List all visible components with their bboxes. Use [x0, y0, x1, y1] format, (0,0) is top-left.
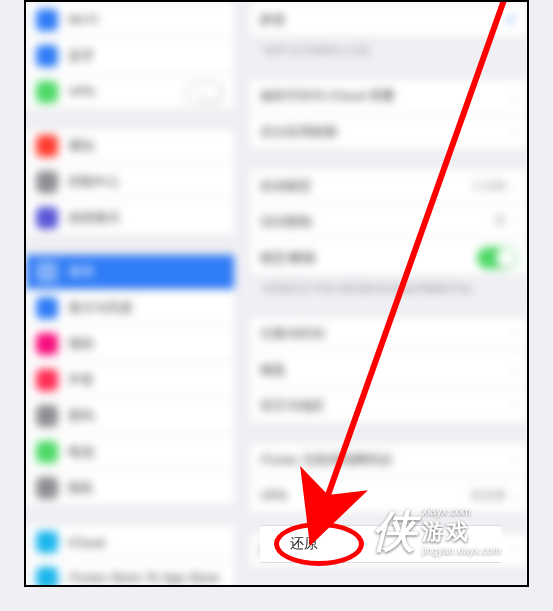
sidebar-item-label: 声音 — [68, 371, 224, 389]
sidebar-icon — [36, 207, 58, 229]
sidebar-item-label: iCloud — [68, 535, 224, 550]
sidebar-item[interactable]: VPN — [26, 74, 234, 110]
sidebar-item[interactable]: 电池 — [26, 434, 234, 470]
reset-label: 还原 — [290, 535, 318, 553]
sidebar-item[interactable]: iCloud — [26, 524, 234, 560]
sidebar-item-label: 蓝牙 — [68, 47, 224, 65]
settings-row-value: 2 分钟 — [472, 178, 506, 195]
checkmark-icon: ✓ — [506, 12, 517, 27]
device-screen: Wi-Fi蓝牙VPN通知控制中心勿扰模式通用显示与亮度墙纸声音密码电池隐私iCl… — [24, 0, 529, 587]
settings-content: 静音✓“铃声”位于控制中心可用。储存空间与 iCloud 用量›后台应用刷新›自… — [250, 2, 527, 585]
sidebar-icon — [36, 9, 58, 31]
sidebar-item[interactable]: iTunes Store 与 App Store — [26, 560, 234, 587]
caption-text: “铃声”位于控制中心可用。 — [250, 38, 527, 60]
sidebar-icon — [36, 567, 58, 588]
screenshot-frame: Wi-Fi蓝牙VPN通知控制中心勿扰模式通用显示与亮度墙纸声音密码电池隐私iCl… — [0, 0, 553, 611]
sidebar-item-label: VPN — [68, 84, 184, 99]
sidebar-item[interactable]: 通知 — [26, 128, 234, 164]
sidebar-icon — [36, 171, 58, 193]
sidebar-item-label: 勿扰模式 — [68, 209, 224, 227]
settings-row[interactable]: 自动锁定2 分钟› — [250, 168, 527, 204]
settings-row-label: VPN — [260, 488, 470, 503]
settings-row-value: 开 — [494, 213, 506, 230]
settings-row-label: 储存空间与 iCloud 用量 — [260, 87, 512, 105]
sidebar-icon — [36, 477, 58, 499]
sidebar-item[interactable]: 勿扰模式 — [26, 200, 234, 236]
settings-row-label: 访问限制 — [260, 213, 494, 231]
sidebar-item[interactable]: 显示与亮度 — [26, 290, 234, 326]
settings-row-label: 静音 — [260, 11, 506, 29]
sidebar-icon — [36, 405, 58, 427]
sidebar-item-label: iTunes Store 与 App Store — [68, 569, 224, 587]
chevron-right-icon: › — [512, 362, 517, 378]
chevron-right-icon: › — [512, 398, 517, 414]
sidebar-item-label: 密码 — [68, 407, 224, 425]
reset-row[interactable]: 还原 — [260, 525, 501, 563]
chevron-right-icon: › — [512, 452, 517, 468]
vpn-toggle[interactable] — [184, 81, 224, 103]
chevron-right-icon: › — [512, 542, 517, 558]
chevron-right-icon: › — [512, 124, 517, 140]
settings-row-label: 锁定/解锁 — [260, 249, 477, 267]
sidebar-icon — [36, 333, 58, 355]
settings-row-label: 后台应用刷新 — [260, 123, 512, 141]
settings-row-label: 键盘 — [260, 361, 512, 379]
settings-row[interactable]: iTunes 无线局域网同步› — [250, 442, 527, 478]
sidebar-item[interactable]: 墙纸 — [26, 326, 234, 362]
sidebar-item[interactable]: 声音 — [26, 362, 234, 398]
blurred-background: Wi-Fi蓝牙VPN通知控制中心勿扰模式通用显示与亮度墙纸声音密码电池隐私iCl… — [26, 2, 527, 585]
chevron-right-icon: › — [512, 488, 517, 504]
sidebar-icon — [36, 441, 58, 463]
settings-row[interactable]: 储存空间与 iCloud 用量› — [250, 78, 527, 114]
sidebar-item[interactable]: 通用 — [26, 254, 234, 290]
settings-row[interactable]: 后台应用刷新› — [250, 114, 527, 150]
settings-row[interactable]: 日期与时间› — [250, 316, 527, 352]
sidebar-item-label: 电池 — [68, 443, 224, 461]
settings-row[interactable]: 语言与地区› — [250, 388, 527, 424]
sidebar-item-label: Wi-Fi — [68, 12, 224, 27]
lock-unlock-toggle[interactable] — [477, 247, 517, 269]
sidebar-item[interactable]: 密码 — [26, 398, 234, 434]
sidebar-item-label: 墙纸 — [68, 335, 224, 353]
caption-text: 关闭或打开 iPad 保护盖时自动锁定和解锁 iPad。 — [250, 276, 527, 298]
sidebar-icon — [36, 261, 58, 283]
settings-row[interactable]: 锁定/解锁 — [250, 240, 527, 276]
sidebar-item[interactable]: Wi-Fi — [26, 2, 234, 38]
sidebar-icon — [36, 297, 58, 319]
settings-row[interactable]: 静音✓ — [250, 2, 527, 38]
chevron-right-icon: › — [512, 214, 517, 230]
settings-row-label: 自动锁定 — [260, 177, 472, 195]
sidebar-item-label: 显示与亮度 — [68, 299, 224, 317]
sidebar-item[interactable]: 隐私 — [26, 470, 234, 506]
sidebar-item-label: 通用 — [68, 263, 224, 281]
chevron-right-icon: › — [512, 326, 517, 342]
settings-row[interactable]: 访问限制开› — [250, 204, 527, 240]
settings-row-label: 语言与地区 — [260, 397, 512, 415]
settings-row[interactable]: 键盘› — [250, 352, 527, 388]
chevron-right-icon: › — [512, 178, 517, 194]
settings-sidebar: Wi-Fi蓝牙VPN通知控制中心勿扰模式通用显示与亮度墙纸声音密码电池隐私iCl… — [26, 2, 234, 585]
sidebar-item-label: 控制中心 — [68, 173, 224, 191]
sidebar-icon — [36, 45, 58, 67]
sidebar-item-label: 隐私 — [68, 479, 224, 497]
sidebar-icon — [36, 81, 58, 103]
settings-row-value: 未连接 — [470, 487, 506, 504]
sidebar-item[interactable]: 蓝牙 — [26, 38, 234, 74]
settings-row-label: 日期与时间 — [260, 325, 512, 343]
chevron-right-icon: › — [512, 88, 517, 104]
settings-row[interactable]: VPN未连接› — [250, 478, 527, 514]
sidebar-icon — [36, 135, 58, 157]
sidebar-item-label: 通知 — [68, 137, 224, 155]
sidebar-icon — [36, 369, 58, 391]
sidebar-icon — [36, 531, 58, 553]
sidebar-item[interactable]: 控制中心 — [26, 164, 234, 200]
settings-row-label: iTunes 无线局域网同步 — [260, 451, 512, 469]
